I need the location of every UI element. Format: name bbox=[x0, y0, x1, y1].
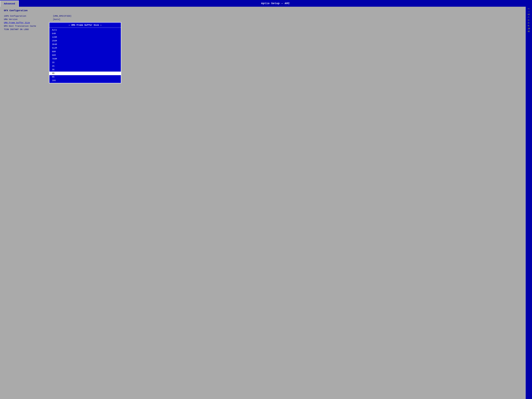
sidebar-key-down: ↓: bbox=[528, 11, 530, 13]
dropdown-popup: UMA Frame buffer Size Auto 64M 128M 256M… bbox=[49, 22, 121, 83]
sidebar-panel: +: ↓: nt /- 1: 2: 9: 10 SC bbox=[526, 7, 532, 399]
option-384m[interactable]: 384M bbox=[49, 43, 121, 46]
uma-version-value: [Auto] bbox=[53, 18, 60, 21]
dropdown-options: Auto 64M 128M 256M 384M 512M 80M 96M 768… bbox=[49, 28, 121, 83]
menu-row-uma-version[interactable]: UMA Version [Auto] bbox=[4, 18, 522, 21]
option-128m[interactable]: 128M bbox=[49, 35, 121, 39]
option-64m[interactable]: 64M bbox=[49, 32, 121, 35]
option-8g[interactable]: 8G bbox=[49, 75, 121, 79]
option-3g[interactable]: 3G bbox=[49, 68, 121, 72]
option-768m[interactable]: 768M bbox=[49, 57, 121, 61]
tab-advanced[interactable]: Advanced bbox=[0, 0, 19, 7]
sidebar-key-2: 2: bbox=[528, 22, 530, 24]
sidebar-key-plus: +: bbox=[528, 8, 530, 10]
header-title: Aptio Setup – AMI bbox=[19, 0, 532, 7]
option-1g[interactable]: 1G bbox=[49, 61, 121, 64]
tcon-label: TCON INSTANT ON LOGO bbox=[4, 28, 53, 31]
sidebar-key-1: 1: bbox=[528, 19, 530, 21]
igpu-label: iGPU Configuration bbox=[4, 15, 53, 17]
header-bar: Advanced Aptio Setup – AMI bbox=[0, 0, 532, 7]
option-2g[interactable]: 2G bbox=[49, 64, 121, 68]
sidebar-key-sc: SC bbox=[528, 31, 530, 32]
sidebar-key-nt: nt bbox=[528, 13, 530, 15]
option-96m[interactable]: 96M bbox=[49, 54, 121, 57]
sidebar-key-slash: /- bbox=[528, 16, 530, 18]
section-title: GFX Configuration bbox=[4, 9, 522, 12]
option-16g[interactable]: 16G bbox=[49, 79, 121, 82]
menu-row-igpu[interactable]: iGPU Configuration [UMA_SPECIFIED] bbox=[4, 15, 522, 17]
option-auto[interactable]: Auto bbox=[49, 28, 121, 32]
dropdown-title: UMA Frame buffer Size bbox=[49, 23, 121, 28]
uma-version-label: UMA Version bbox=[4, 18, 53, 21]
igpu-value: [UMA_SPECIFIED] bbox=[53, 15, 71, 17]
option-512m[interactable]: 512M bbox=[49, 46, 121, 50]
sidebar-key-10: 10 bbox=[528, 28, 530, 30]
content-panel: GFX Configuration iGPU Configuration [UM… bbox=[0, 7, 526, 399]
sidebar-key-9: 9: bbox=[528, 25, 530, 27]
option-80m[interactable]: 80M bbox=[49, 50, 121, 54]
option-256m[interactable]: 256M bbox=[49, 39, 121, 43]
uma-framebuffer-label: UMA Frame buffer Size bbox=[4, 22, 53, 24]
main-area: GFX Configuration iGPU Configuration [UM… bbox=[0, 7, 532, 399]
gpu-htc-label: GPU Host Translation Cache bbox=[4, 25, 53, 27]
option-4g[interactable]: 4G bbox=[49, 72, 121, 75]
